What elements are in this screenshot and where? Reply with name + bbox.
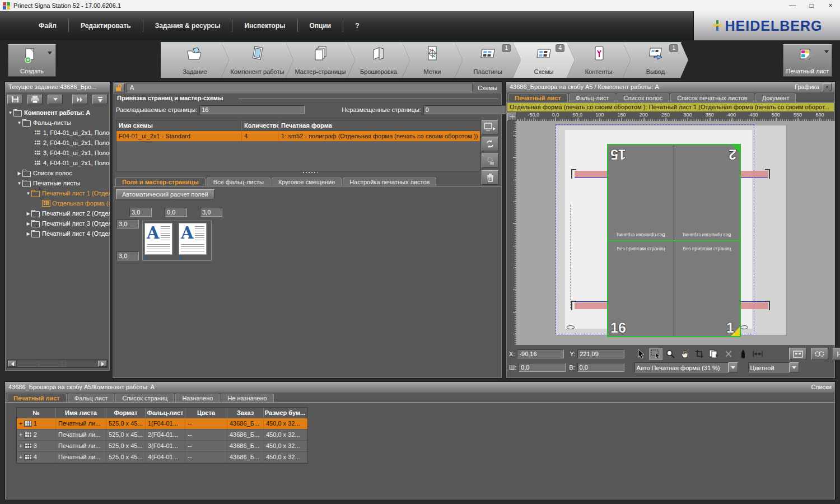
tab-all-fold-sheets[interactable]: Все фальц-листы: [207, 178, 270, 186]
tab-assigned[interactable]: Назначено: [175, 394, 220, 402]
table-row[interactable]: +1 Печатный ли... 525,0 x 45... 1(F04-01…: [17, 418, 307, 430]
close-button[interactable]: ×: [821, 0, 840, 11]
splitter-handle[interactable]: [303, 172, 318, 173]
scrollbar-thumb[interactable]: [17, 361, 66, 367]
tree-item-press-sheet-3[interactable]: ▶Печатный лист 3 (Отдел: [5, 218, 110, 228]
create-button[interactable]: Создать: [8, 44, 56, 77]
minimize-button[interactable]: —: [783, 0, 802, 11]
tab-fold-sheet-list[interactable]: Фальц-лист: [68, 394, 115, 402]
tree-item-fold-sheet-3[interactable]: 3, F04-01_ui_2x1, Полосы: [5, 148, 110, 158]
collapse-all-button[interactable]: [92, 95, 108, 104]
tree-item-fold-sheet-1[interactable]: 1, F04-01_ui_2x1, Полосы: [5, 128, 110, 138]
imposition-page-top-left[interactable]: 15 Без привязки страниц: [608, 145, 674, 240]
height-field[interactable]: 0,0: [577, 363, 624, 372]
step-marks[interactable]: Метки: [402, 42, 463, 78]
save-button[interactable]: [7, 95, 22, 104]
tab-circular-shift[interactable]: Круговое смещение: [272, 178, 342, 186]
unplaced-pages-field[interactable]: 0: [423, 105, 506, 114]
imposition-page-top-right[interactable]: 2 Без привязки страниц: [674, 145, 740, 240]
scroll-left-button[interactable]: [8, 361, 17, 367]
margin-top-right-field[interactable]: 3,0: [200, 208, 222, 217]
expander-icon[interactable]: ▼: [16, 181, 22, 186]
color-mode-arrow[interactable]: [790, 362, 799, 372]
col-format[interactable]: Формат: [106, 408, 146, 418]
margin-left-top-field[interactable]: 3,0: [116, 220, 139, 228]
ink-zones-tool[interactable]: [736, 348, 750, 360]
col-number[interactable]: №: [17, 408, 56, 418]
expander-icon[interactable]: ▼: [25, 191, 31, 196]
expand-all-button[interactable]: [72, 95, 87, 104]
tab-page-list[interactable]: Список страниц: [115, 394, 174, 402]
select-tool[interactable]: [634, 348, 648, 360]
table-row[interactable]: +3 Печатный ли... 525,0 x 45... 3(F04-01…: [17, 441, 307, 452]
expander-icon[interactable]: ▼: [16, 120, 22, 125]
lock-button[interactable]: [114, 83, 125, 92]
col-colors[interactable]: Цвета: [185, 408, 227, 418]
step-schemes[interactable]: 4 Схемы: [513, 42, 575, 78]
step-master-pages[interactable]: Мастер-страницы: [286, 42, 355, 78]
tab-press-sheet-setup[interactable]: Настройка печатных листов: [343, 178, 436, 186]
step-binding[interactable]: Брошюровка: [347, 42, 410, 78]
expander-icon[interactable]: ▼: [7, 110, 13, 115]
move-page-tool[interactable]: [707, 348, 721, 360]
maximize-button[interactable]: □: [802, 0, 821, 11]
table-row[interactable]: +2 Печатный ли... 525,0 x 45... 2(F04-01…: [17, 430, 307, 441]
close-panel-button[interactable]: ×: [823, 83, 832, 91]
imposition-area[interactable]: 15 Без привязки страниц 2 Без привязки с…: [607, 144, 741, 337]
tree-item-fold-sheet-2[interactable]: 2, F04-01_ui_2x1, Полосы: [5, 138, 110, 148]
scrollbar-track[interactable]: [17, 361, 98, 367]
expand-row-icon[interactable]: +: [19, 455, 22, 460]
col-paper-size[interactable]: Размер бум...: [264, 408, 306, 418]
pan-hand-tool[interactable]: [678, 348, 692, 360]
tab-page-list[interactable]: Список полос: [617, 94, 669, 102]
y-field[interactable]: 221,09: [577, 349, 624, 358]
tab-press-sheet-list[interactable]: Список печатных листов: [670, 94, 754, 102]
sheet-preview-viewport[interactable]: 15 Без привязки страниц 2 Без привязки с…: [516, 121, 835, 345]
scheme-table-row[interactable]: F04-01_ui_2x1 - Standard 4 1: sm52 - пол…: [116, 131, 480, 141]
col-press-form[interactable]: Печатная форма: [279, 120, 480, 130]
assign-scheme-button[interactable]: [482, 120, 498, 134]
print-sheet-button[interactable]: Печатный лист: [783, 44, 832, 77]
margin-left-bottom-field[interactable]: 3,0: [116, 251, 139, 260]
margin-top-left-field[interactable]: 3,0: [129, 208, 152, 217]
table-row[interactable]: +4 Печатный ли... 525,0 x 45... 4(F04-01…: [17, 452, 307, 463]
auto-margin-button[interactable]: Автоматический расчет полей: [116, 189, 214, 199]
zoom-select-arrow[interactable]: [729, 362, 738, 372]
tree-item-press-sheet-1[interactable]: ▼Печатный лист 1 (Отдел: [5, 188, 110, 198]
expand-row-icon[interactable]: +: [19, 432, 22, 438]
scroll-right-button[interactable]: [98, 361, 107, 367]
page-thumbnail[interactable]: A: [179, 223, 207, 255]
zoom-select[interactable]: Авто Печатная форма (31 %): [634, 362, 738, 372]
tab-margins-master-pages[interactable]: Поля и мастер-страницы: [115, 178, 206, 186]
menu-jobs-resources[interactable]: Задания & ресурсы: [143, 20, 233, 32]
tree-menu-button[interactable]: [48, 95, 63, 104]
imposition-page-bottom-right[interactable]: 1 Без привязки страниц: [674, 241, 740, 336]
step-job-part[interactable]: Компонент работы: [221, 42, 293, 78]
tab-fold-sheet[interactable]: Фальц-лист: [569, 94, 616, 102]
tab-unassigned[interactable]: Не назначено: [221, 394, 273, 402]
margin-gutter-field[interactable]: 0,0: [165, 208, 187, 217]
step-contents[interactable]: Контенты: [567, 42, 631, 78]
zoom-tool[interactable]: [664, 348, 677, 360]
scheme-settings-button[interactable]: [482, 153, 498, 168]
col-fold-sheet[interactable]: Фальц-лист: [146, 408, 185, 418]
tab-document[interactable]: Документ: [755, 94, 796, 102]
expand-row-icon[interactable]: +: [19, 444, 22, 449]
tree-item-press-sheets[interactable]: ▼Печатные листы: [5, 178, 110, 188]
page-thumbnail[interactable]: A: [144, 223, 172, 255]
crop-frame-tool[interactable]: [693, 348, 706, 360]
expand-row-icon[interactable]: +: [19, 421, 22, 427]
gears-settings-button[interactable]: [811, 348, 828, 360]
step-output[interactable]: 1 Вывод: [623, 42, 688, 78]
sync-scheme-button[interactable]: [482, 137, 498, 151]
step-plates[interactable]: 1 Пластины: [455, 42, 521, 78]
tree-item-press-sheet-2[interactable]: ▶Печатный лист 2 (Отдел: [5, 208, 110, 218]
print-sheet-dropdown-icon[interactable]: [824, 50, 829, 53]
menu-inspectors[interactable]: Инспекторы: [232, 20, 297, 32]
imposition-page-bottom-left[interactable]: 16 Без привязки страниц: [608, 241, 674, 336]
menu-edit[interactable]: Редактировать: [69, 20, 143, 32]
expander-icon[interactable]: ▶: [25, 211, 31, 216]
col-order[interactable]: Заказ: [227, 408, 264, 418]
pages-to-impose-field[interactable]: 16: [199, 105, 305, 114]
tree-horizontal-scrollbar[interactable]: [7, 360, 108, 368]
